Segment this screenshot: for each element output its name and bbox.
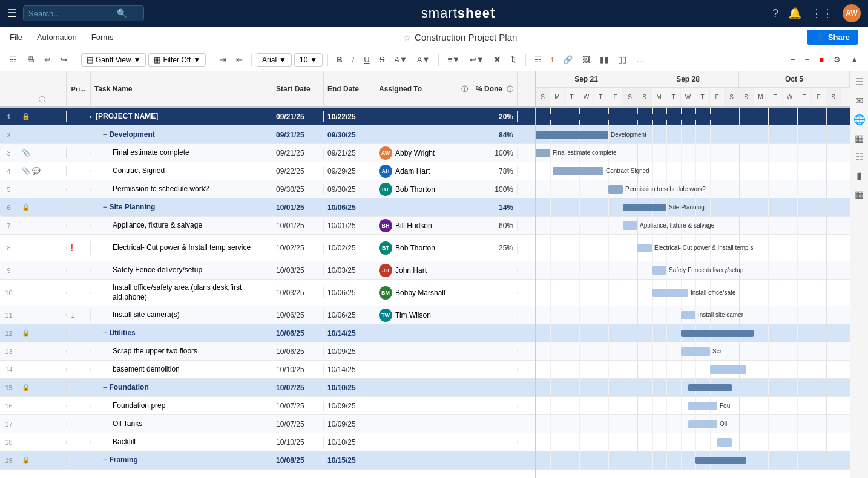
icons-info[interactable]: ⓘ xyxy=(39,95,45,104)
settings-btn[interactable]: ⚙ xyxy=(830,53,844,67)
menu-automation[interactable]: Automation xyxy=(37,30,77,44)
table-row[interactable]: 4📎💬Contract Signed09/22/2509/29/25AHAdam… xyxy=(0,162,535,180)
bold-btn[interactable]: B xyxy=(333,53,346,67)
formula-btn[interactable]: f xyxy=(548,53,557,67)
table-row[interactable]: 12🔒−Utilities10/06/2510/14/25 xyxy=(0,324,535,342)
table-row[interactable]: 7Appliance, fixture & salvage10/01/2510/… xyxy=(0,217,535,235)
task-cell[interactable]: Oil Tanks xyxy=(91,418,272,430)
priority-cell xyxy=(67,441,91,444)
fontcolor-btn[interactable]: A▼ xyxy=(413,53,434,67)
sidebar-grid[interactable]: ☷ xyxy=(855,151,864,163)
italic-btn[interactable]: I xyxy=(349,53,358,67)
align-btn[interactable]: ≡▼ xyxy=(444,53,463,67)
image-btn[interactable]: 🖼 xyxy=(579,53,594,67)
table-row[interactable]: 10Install office/safety area (plans desk… xyxy=(0,280,535,306)
table-row[interactable]: 5Permission to schedule work?09/30/2509/… xyxy=(0,180,535,198)
task-cell[interactable]: −Framing xyxy=(91,454,272,467)
form-btn[interactable]: ▮▮ xyxy=(596,53,612,67)
sidebar-globe[interactable]: 🌐 xyxy=(853,114,866,125)
table-row[interactable]: 11↓Install site camera(s)10/06/2510/06/2… xyxy=(0,306,535,324)
help-icon[interactable]: ? xyxy=(772,7,778,20)
col-btn[interactable]: ▯▯ xyxy=(614,53,630,67)
strikethrough-btn[interactable]: S xyxy=(376,53,389,67)
more-btn[interactable]: … xyxy=(633,53,648,67)
table-view-btn[interactable]: ☷ xyxy=(531,53,545,67)
wrap-btn[interactable]: ↩▼ xyxy=(466,53,488,67)
filter-btn[interactable]: ▦ Filter Off ▼ xyxy=(148,53,206,67)
table-row[interactable]: 1🔒[PROJECT NAME]09/21/2510/22/2520% xyxy=(0,108,535,126)
task-cell[interactable]: basement demolition xyxy=(91,364,272,376)
sidebar-panel[interactable]: ▮ xyxy=(856,170,862,182)
task-cell[interactable]: Safety Fence delivery/setup xyxy=(91,264,272,277)
table-row[interactable]: 2−Development09/21/2509/30/2584% xyxy=(0,126,535,144)
collapse-icon[interactable]: − xyxy=(103,456,107,464)
sidebar-chart[interactable]: ▦ xyxy=(855,189,864,200)
collapse-icon[interactable]: − xyxy=(103,203,107,211)
collapse-icon[interactable]: − xyxy=(103,329,107,337)
notification-icon[interactable]: 🔔 xyxy=(788,7,801,20)
task-cell[interactable]: Foundation prep xyxy=(91,400,272,412)
indent-btn[interactable]: ⇥ xyxy=(216,53,230,67)
zoom-in-btn[interactable]: + xyxy=(801,53,814,67)
task-cell[interactable]: −Utilities xyxy=(91,327,272,339)
undo-btn[interactable]: ↩ xyxy=(41,53,54,67)
star-icon[interactable]: ☆ xyxy=(403,33,411,42)
gantt-view-btn[interactable]: ▤ Gantt View ▼ xyxy=(81,53,146,67)
task-cell[interactable]: Backfill xyxy=(91,436,272,448)
table-row[interactable]: 6🔒−Site Planning10/01/2510/06/2514% xyxy=(0,198,535,217)
highlight-btn[interactable]: A▼ xyxy=(390,53,411,67)
task-cell[interactable]: Install site camera(s) xyxy=(91,309,272,321)
share-button[interactable]: 👤 Share xyxy=(807,30,858,45)
gantt-grid-line xyxy=(768,108,769,125)
task-cell[interactable]: −Foundation xyxy=(91,382,272,394)
sidebar-toggle[interactable]: ☰ xyxy=(855,76,864,88)
table-row[interactable]: 3📎Final estimate complete09/21/2509/21/2… xyxy=(0,144,535,162)
move-btn[interactable]: ⇅ xyxy=(507,53,521,67)
zoom-fit-btn[interactable]: ■ xyxy=(815,53,827,67)
outdent-btn[interactable]: ⇤ xyxy=(232,53,246,67)
task-cell[interactable]: Final estimate complete xyxy=(91,147,272,159)
zoom-out-btn[interactable]: − xyxy=(787,53,799,67)
print-btn[interactable]: 🖶 xyxy=(23,53,38,67)
table-row[interactable]: 13Scrap the upper two floors10/06/2510/0… xyxy=(0,342,535,361)
assigned-info-icon[interactable]: ⓘ xyxy=(461,85,468,94)
sidebar-mail[interactable]: ✉ xyxy=(855,95,863,106)
gantt-grid-line xyxy=(826,108,827,125)
task-cell[interactable]: Install office/safety area (plans desk,f… xyxy=(91,282,272,303)
table-row[interactable]: 17Oil Tanks10/07/2510/09/25 xyxy=(0,415,535,433)
task-cell[interactable]: Scrap the upper two floors xyxy=(91,345,272,358)
hamburger-icon[interactable]: ☰ xyxy=(7,7,17,20)
search-box[interactable]: 🔍 xyxy=(23,5,144,21)
search-input[interactable] xyxy=(28,9,113,18)
table-row[interactable]: 18Backfill10/10/2510/10/25 xyxy=(0,433,535,451)
task-cell[interactable]: Electrical- Cut power & Install temp ser… xyxy=(91,242,272,254)
task-cell[interactable]: [PROJECT NAME] xyxy=(91,111,272,123)
task-cell[interactable]: −Development xyxy=(91,129,272,141)
sidebar-filter[interactable]: ▦ xyxy=(855,133,864,144)
table-row[interactable]: 14basement demolition10/10/2510/14/25 xyxy=(0,361,535,379)
task-cell[interactable]: Permission to schedule work? xyxy=(91,183,272,195)
menu-forms[interactable]: Forms xyxy=(91,30,114,44)
task-cell[interactable]: −Site Planning xyxy=(91,201,272,214)
user-avatar[interactable]: AW xyxy=(843,4,861,22)
apps-icon[interactable]: ⋮⋮ xyxy=(811,7,833,20)
grid-icon-btn[interactable]: ☷ xyxy=(6,53,21,67)
link-btn[interactable]: 🔗 xyxy=(559,53,576,67)
pct-info-icon[interactable]: ⓘ xyxy=(507,85,513,94)
collapse-btn[interactable]: ▲ xyxy=(847,53,862,67)
redo-btn[interactable]: ↪ xyxy=(57,53,71,67)
menu-file[interactable]: File xyxy=(10,30,22,44)
collapse-icon[interactable]: − xyxy=(103,383,107,391)
table-row[interactable]: 8!Electrical- Cut power & Install temp s… xyxy=(0,235,535,261)
font-btn[interactable]: Arial ▼ xyxy=(257,53,292,67)
table-row[interactable]: 16Foundation prep10/07/2510/09/25 xyxy=(0,397,535,415)
fontsize-btn[interactable]: 10 ▼ xyxy=(294,53,323,67)
table-row[interactable]: 19🔒−Framing10/08/2510/15/25 xyxy=(0,451,535,470)
collapse-icon[interactable]: − xyxy=(103,130,107,139)
task-cell[interactable]: Appliance, fixture & salvage xyxy=(91,220,272,232)
task-cell[interactable]: Contract Signed xyxy=(91,165,272,177)
clear-btn[interactable]: ✖ xyxy=(490,53,504,67)
table-row[interactable]: 9Safety Fence delivery/setup10/03/2510/0… xyxy=(0,261,535,280)
underline-btn[interactable]: U xyxy=(360,53,373,67)
table-row[interactable]: 15🔒−Foundation10/07/2510/10/25 xyxy=(0,379,535,397)
